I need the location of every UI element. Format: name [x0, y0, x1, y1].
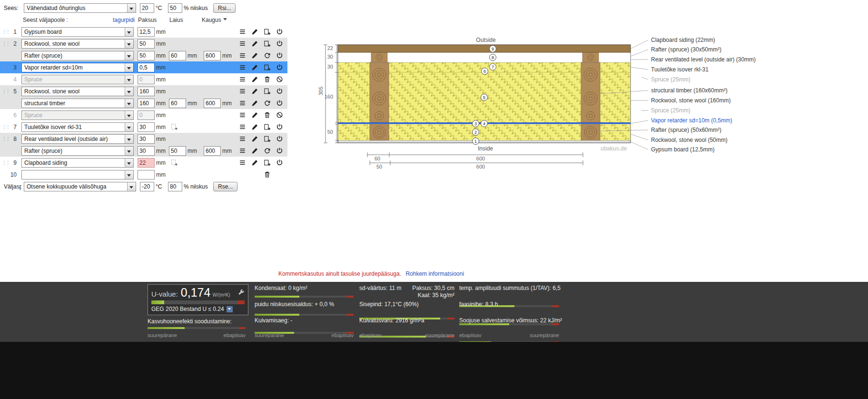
add-layer-icon[interactable] [261, 87, 273, 96]
menu-icon[interactable] [236, 123, 248, 131]
material-select[interactable]: structural timber [21, 99, 134, 108]
reverse-link[interactable]: tagurpidi [113, 17, 135, 23]
drag-handle-icon[interactable]: ⋮⋮ [0, 65, 7, 70]
distance-input[interactable] [204, 51, 221, 60]
toggle-layer-icon[interactable] [273, 159, 286, 167]
drag-handle-icon[interactable]: ⋮⋮ [0, 30, 7, 34]
menu-icon[interactable] [236, 135, 248, 143]
thickness-input[interactable] [138, 122, 155, 132]
drag-handle-icon[interactable]: ⋮⋮ [0, 41, 7, 46]
toggle-layer-icon[interactable] [273, 147, 286, 155]
edit-icon[interactable] [248, 123, 261, 131]
trash-icon[interactable] [261, 111, 273, 120]
material-select[interactable]: Rockwool, stone wool [21, 39, 134, 49]
edit-icon[interactable] [248, 159, 261, 167]
trash-icon[interactable] [261, 75, 273, 84]
width-input[interactable] [169, 99, 186, 108]
toggle-layer-icon[interactable] [273, 63, 286, 72]
toggle-layer-icon[interactable] [273, 135, 286, 143]
trash-icon[interactable] [261, 170, 273, 179]
rotate-icon[interactable] [261, 99, 273, 108]
edit-icon[interactable] [248, 87, 261, 96]
paste-layer-icon[interactable] [170, 159, 180, 167]
add-layer-icon[interactable] [261, 28, 273, 36]
thickness-input-warning[interactable] [138, 158, 155, 168]
material-select[interactable]: Vapor retarder sd=10m [21, 63, 134, 72]
distance-input[interactable] [204, 146, 221, 156]
layer-number: 1 [7, 29, 19, 35]
thickness-input[interactable] [138, 63, 155, 72]
material-select[interactable]: Tuuletõke isover rkl-31 [21, 122, 134, 132]
toggle-layer-icon[interactable] [273, 123, 286, 131]
add-layer-icon[interactable] [261, 40, 273, 48]
menu-icon[interactable] [236, 111, 248, 120]
toggle-layer-icon[interactable] [273, 51, 286, 60]
edit-icon[interactable] [248, 75, 261, 84]
edit-icon[interactable] [248, 111, 261, 120]
col-distance[interactable]: Kaugus [202, 17, 227, 23]
edit-icon[interactable] [248, 63, 261, 72]
menu-icon[interactable] [236, 87, 248, 96]
toggle-layer-icon[interactable] [273, 40, 286, 48]
toggle-layer-icon[interactable] [273, 28, 286, 36]
drag-handle-icon[interactable]: ⋮⋮ [0, 160, 7, 165]
edit-icon[interactable] [248, 40, 261, 48]
edit-icon[interactable] [248, 28, 261, 36]
menu-icon[interactable] [236, 99, 248, 108]
edit-icon[interactable] [248, 147, 261, 155]
thickness-input[interactable] [138, 27, 155, 37]
toggle-layer-icon[interactable] [273, 99, 286, 108]
menu-icon[interactable] [236, 75, 248, 84]
distance-input[interactable] [204, 99, 221, 108]
material-value: Tuuletõke isover rkl-31 [24, 124, 82, 130]
add-layer-icon[interactable] [261, 135, 273, 143]
width-input[interactable] [169, 51, 186, 60]
rsi-button[interactable]: Rsi... [213, 3, 236, 13]
material-select[interactable]: Rear ventilated level (outside air) [21, 134, 134, 144]
thickness-input[interactable] [138, 170, 155, 180]
width-input[interactable] [169, 146, 186, 156]
inside-environment-select[interactable]: Vähendatud õhuringlus [24, 3, 136, 13]
inside-temperature-input[interactable] [140, 3, 154, 13]
edit-icon[interactable] [248, 51, 261, 60]
drag-handle-icon[interactable]: ⋮⋮ [0, 89, 7, 94]
add-layer-icon[interactable] [261, 63, 273, 72]
material-select[interactable]: Rockwool, stone wool [21, 87, 134, 96]
thickness-input[interactable] [138, 99, 155, 108]
add-layer-icon[interactable] [261, 159, 273, 167]
more-info-link[interactable]: Rohkem informatsiooni [405, 270, 464, 277]
drag-handle-icon[interactable]: ⋮⋮ [0, 137, 7, 141]
thickness-input[interactable] [138, 51, 155, 60]
outside-environment-select[interactable]: Otsene kokkupuude välisõhuga [24, 182, 136, 191]
outside-humidity-input[interactable] [168, 182, 182, 191]
inside-humidity-input[interactable] [168, 3, 182, 13]
sub-layer-row: Rafter (spruce) mm mm mm [0, 145, 287, 157]
add-layer-icon[interactable] [261, 123, 273, 131]
drag-handle-icon[interactable]: ⋮⋮ [0, 125, 7, 130]
menu-icon[interactable] [236, 63, 248, 72]
menu-icon[interactable] [236, 51, 248, 60]
menu-icon[interactable] [236, 147, 248, 155]
toggle-layer-icon[interactable] [273, 87, 286, 96]
menu-icon[interactable] [236, 40, 248, 48]
paste-layer-icon[interactable] [170, 123, 180, 131]
edit-icon[interactable] [248, 135, 261, 143]
menu-icon[interactable] [236, 28, 248, 36]
thickness-input[interactable] [138, 87, 155, 96]
wrench-icon[interactable] [237, 289, 245, 297]
material-select[interactable] [21, 170, 134, 180]
rotate-icon[interactable] [261, 51, 273, 60]
material-select[interactable]: Rafter (spruce) [21, 51, 134, 60]
edit-icon[interactable] [248, 99, 261, 108]
material-select[interactable]: Rafter (spruce) [21, 146, 134, 156]
outside-temperature-input[interactable] [140, 182, 154, 191]
thickness-input[interactable] [138, 39, 155, 49]
rotate-icon[interactable] [261, 147, 273, 155]
material-select[interactable]: Clapboard siding [21, 158, 134, 168]
thickness-input[interactable] [138, 146, 155, 156]
thickness-input[interactable] [138, 134, 155, 144]
menu-icon[interactable] [236, 159, 248, 167]
rse-button[interactable]: Rse... [213, 182, 237, 191]
material-select[interactable]: Gypsum board [21, 27, 134, 37]
geg-dropdown-caret-icon[interactable] [227, 306, 233, 312]
